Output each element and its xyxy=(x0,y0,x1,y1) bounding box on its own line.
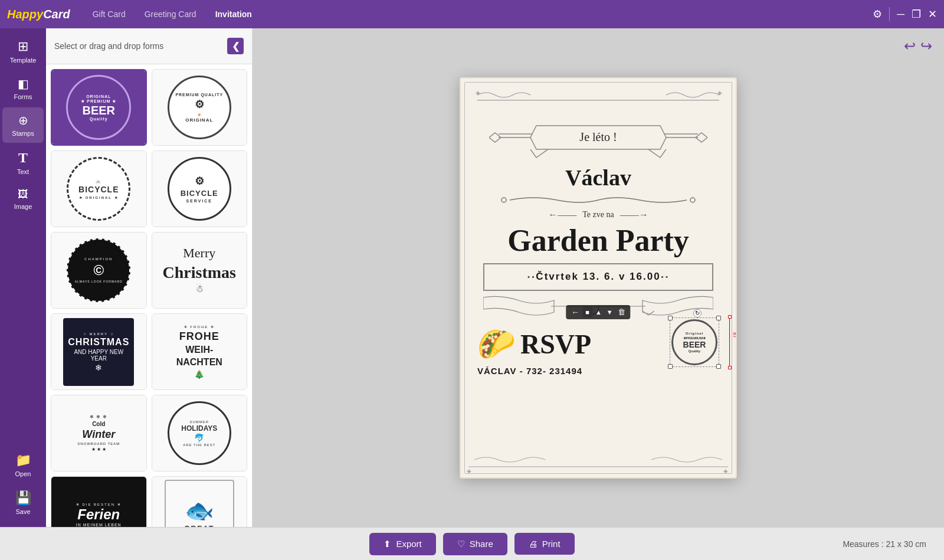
topbar-controls: ⚙ ─ ❐ ✕ xyxy=(873,7,937,21)
sidebar-item-text[interactable]: T Text xyxy=(2,144,44,181)
stamp-frohe-weihnachten-inner: ❄ FROHE ❄ FROHE WEIH- NACHTEN 🎄 xyxy=(152,314,247,389)
rsvp-row: 🌮 RSVP ↻ xyxy=(477,326,719,362)
forms-panel-title: Select or drag and drop forms xyxy=(54,41,163,51)
settings-icon[interactable]: ⚙ xyxy=(873,8,882,21)
main-area: ⊞ Template ◧ Forms ⊕ Stamps T Text 🖼 Ima… xyxy=(0,28,944,527)
sidebar-item-template[interactable]: ⊞ Template xyxy=(2,33,44,70)
nav-greetingcard[interactable]: Greeting Card xyxy=(140,7,201,21)
stamp-beer-quality-inner: PREMIUM QUALITY ⚙ 🍺 ORIGINAL xyxy=(152,70,247,145)
svg-text:✦: ✦ xyxy=(716,89,723,98)
stamp-die-besten[interactable]: ❄ DIE BESTEN ❄ Ferien IN MEINEM LEBEN xyxy=(51,476,147,527)
stamp-bicycle-service-inner: ⚙ BICYCLE SERVICE xyxy=(152,151,247,227)
svg-rect-0 xyxy=(477,100,719,101)
left-arrow-deco: ←—— xyxy=(548,209,576,220)
close-icon[interactable]: ✕ xyxy=(928,8,937,21)
card-main-event: Garden Party xyxy=(507,224,689,257)
stamp-cold-winter[interactable]: ❄ ❄ ❄ Cold Winter SNOWBOARD TEAM ★ ★ ★ xyxy=(51,395,147,471)
undo-redo-controls: ↩ ↪ xyxy=(904,38,932,54)
sidebar-item-forms[interactable]: ◧ Forms xyxy=(2,71,44,106)
undo-button[interactable]: ↩ xyxy=(904,38,916,54)
stamp-cold-winter-inner: ❄ ❄ ❄ Cold Winter SNOWBOARD TEAM ★ ★ ★ xyxy=(51,395,146,471)
share-icon: ♡ xyxy=(457,539,465,549)
svg-point-8 xyxy=(502,198,506,202)
sidebar-label-open: Open xyxy=(15,470,31,477)
stamp-bicycle-original[interactable]: 🚲 BICYCLE ★ ORIGINAL ★ xyxy=(51,150,147,227)
card-subtitle-text: Te zve na xyxy=(582,210,614,220)
stamp-die-besten-inner: ❄ DIE BESTEN ❄ Ferien IN MEINEM LEBEN xyxy=(51,477,146,527)
stamp-christmas-dark[interactable]: ☆ MERRY ☆ CHRISTMAS AND HAPPY NEW YEAR ❄ xyxy=(51,313,147,390)
card-bottom-section: ← ■ ▲ ▼ 🗑 🌮 RSVP ↻ xyxy=(461,324,736,454)
print-label: Print xyxy=(542,539,560,549)
sidebar-label-image: Image xyxy=(14,203,32,210)
sidebar-item-image[interactable]: 🖼 Image xyxy=(2,182,44,216)
card-date-text: Čtvrtek 13. 6. v 16.00 xyxy=(536,271,660,283)
sidebar: ⊞ Template ◧ Forms ⊕ Stamps T Text 🖼 Ima… xyxy=(0,28,46,527)
minimize-icon[interactable]: ─ xyxy=(897,8,904,21)
stamp-great-fish[interactable]: 🐟 GREAT xyxy=(152,476,248,527)
stamp-selection-box: Original ★PREMIUM★ BEER Quality xyxy=(670,317,719,367)
export-button[interactable]: ⬆ Export xyxy=(369,533,435,555)
toolbar-down-arrow[interactable]: ▼ xyxy=(605,307,615,317)
item-toolbar: ← ■ ▲ ▼ 🗑 xyxy=(566,305,630,319)
beer-stamp-selected-wrapper[interactable]: ↻ Original ★PREMIUM★ xyxy=(670,317,719,367)
bicycle-service-circle: ⚙ BICYCLE SERVICE xyxy=(168,157,231,221)
sidebar-bottom: 📁 Open 💾 Save xyxy=(0,447,46,522)
card-subtitle-line: ←—— Te zve na ——→ xyxy=(548,209,648,220)
stamp-christmas-script[interactable]: Merry Christmas ☃ xyxy=(152,232,248,309)
print-button[interactable]: 🖨 Print xyxy=(514,533,575,555)
sidebar-item-open[interactable]: 📁 Open xyxy=(2,447,44,483)
toolbar-delete[interactable]: 🗑 xyxy=(616,307,627,317)
invite-card: ✦ ✦ Je lé xyxy=(460,77,737,479)
toolbar-square[interactable]: ■ xyxy=(582,307,592,317)
handle-bl[interactable] xyxy=(668,364,673,369)
svg-text:✦: ✦ xyxy=(722,467,729,476)
nav-giftcard[interactable]: Gift Card xyxy=(88,7,130,21)
forms-grid: ORIGINAL ★ PREMIUM ★ BEER Quality PREMIU… xyxy=(46,64,252,527)
toolbar-left-arrow[interactable]: ← xyxy=(569,307,581,317)
bicycle-circle: 🚲 BICYCLE ★ ORIGINAL ★ xyxy=(67,157,130,221)
svg-text:✦: ✦ xyxy=(474,89,481,98)
topbar-divider xyxy=(889,7,890,21)
measures-display: Measures : 21 x 30 cm xyxy=(843,539,926,549)
date-dots-left: ·· xyxy=(527,270,536,284)
measures-value: 21 x 30 cm xyxy=(886,539,926,549)
nav-invitation[interactable]: Invitation xyxy=(211,7,257,21)
christmas-dark-box: ☆ MERRY ☆ CHRISTMAS AND HAPPY NEW YEAR ❄ xyxy=(63,318,134,386)
dim-lines-vertical: 87 xyxy=(726,317,730,367)
rotate-handle[interactable]: ↻ xyxy=(693,309,702,317)
share-button[interactable]: ♡ Share xyxy=(443,533,507,555)
maximize-icon[interactable]: ❐ xyxy=(912,8,921,21)
great-fish-box: 🐟 GREAT xyxy=(165,480,234,527)
stamp-bicycle-service[interactable]: ⚙ BICYCLE SERVICE xyxy=(152,150,248,227)
toolbar-up-arrow[interactable]: ▲ xyxy=(594,307,604,317)
stamp-champion[interactable]: CHAMPION © ALWAYS LOOK FORWARD xyxy=(51,232,147,309)
sidebar-item-stamps[interactable]: ⊕ Stamps xyxy=(2,107,44,143)
stamp-frohe-weihnachten[interactable]: ❄ FROHE ❄ FROHE WEIH- NACHTEN 🎄 xyxy=(152,313,248,390)
text-icon: T xyxy=(18,150,28,166)
stamp-beer-quality[interactable]: PREMIUM QUALITY ⚙ 🍺 ORIGINAL xyxy=(152,69,248,146)
forms-panel-close-btn[interactable]: ❮ xyxy=(227,38,244,54)
forms-panel: Select or drag and drop forms ❮ ORIGINAL… xyxy=(46,28,253,527)
stamp-beer-premium[interactable]: ORIGINAL ★ PREMIUM ★ BEER Quality xyxy=(51,69,147,146)
sidebar-label-text: Text xyxy=(17,168,29,175)
stamp-christmas-dark-inner: ☆ MERRY ☆ CHRISTMAS AND HAPPY NEW YEAR ❄ xyxy=(51,314,146,389)
handle-br[interactable] xyxy=(716,364,721,369)
frohe-text: ❄ FROHE ❄ FROHE WEIH- NACHTEN 🎄 xyxy=(172,320,227,384)
beer-premium-circle: ORIGINAL ★ PREMIUM ★ BEER Quality xyxy=(66,75,131,140)
redo-button[interactable]: ↪ xyxy=(920,38,932,54)
forms-icon: ◧ xyxy=(18,77,29,91)
handle-tr[interactable] xyxy=(716,316,721,320)
beer-quality-circle: PREMIUM QUALITY ⚙ 🍺 ORIGINAL xyxy=(168,76,231,139)
stamp-summer-holidays-inner: SUMMER HOLIDAYS 🐬 ARE THE BEST xyxy=(152,395,247,471)
stamp-summer-holidays[interactable]: SUMMER HOLIDAYS 🐬 ARE THE BEST xyxy=(152,395,248,471)
sidebar-label-save: Save xyxy=(15,508,30,515)
cold-winter-text: ❄ ❄ ❄ Cold Winter SNOWBOARD TEAM ★ ★ ★ xyxy=(73,410,124,457)
nav-menu: Gift Card Greeting Card Invitation xyxy=(88,7,257,21)
sidebar-item-save[interactable]: 💾 Save xyxy=(2,484,44,521)
svg-text:Je léto !: Je léto ! xyxy=(579,130,617,143)
export-icon: ⬆ xyxy=(384,539,391,549)
measures-label: Measures : xyxy=(843,539,883,549)
handle-tl[interactable] xyxy=(668,316,673,320)
canvas-area[interactable]: ↩ ↪ ✦ ✦ xyxy=(253,28,944,527)
rsvp-text: RSVP xyxy=(520,329,591,360)
